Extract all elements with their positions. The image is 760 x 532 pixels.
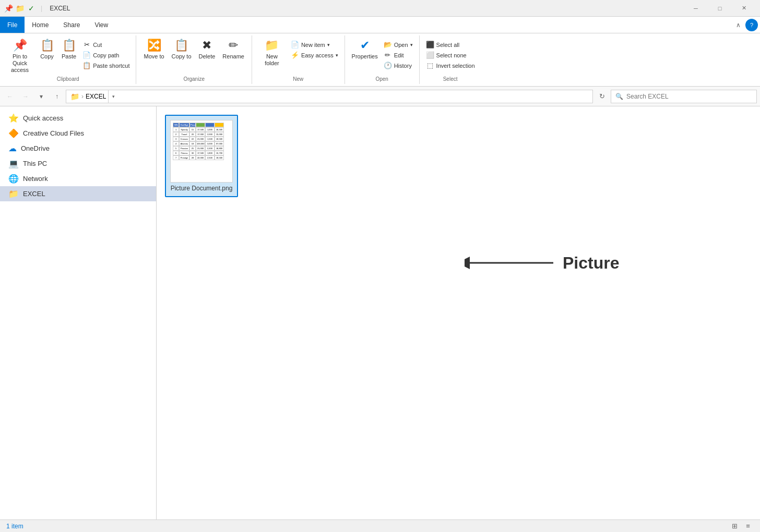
network-icon: 🌐 <box>8 174 19 184</box>
sidebar-item-excel[interactable]: 📁 EXCEL <box>0 186 156 201</box>
search-input[interactable] <box>626 93 752 100</box>
ribbon-group-new: 📁 New folder 📄 New item ▾ ⚡ Easy access … <box>252 35 345 84</box>
copy-button[interactable]: 📋 Copy <box>37 38 57 75</box>
annotation-arrow <box>465 252 559 273</box>
recent-locations-button[interactable]: ▾ <box>34 90 48 103</box>
properties-button[interactable]: ✔ Properties <box>349 38 381 75</box>
select-none-button[interactable]: ⬜ Select none <box>424 50 477 60</box>
open-button[interactable]: 📂 Open ▾ <box>382 40 415 50</box>
rename-icon: ✏ <box>229 40 238 51</box>
file-grid: VIN Est Bgt Price 1Speedy1517,5001,00016… <box>165 115 752 197</box>
annotation-text: Picture <box>563 253 619 273</box>
address-bar: ← → ▾ ↑ 📁 › EXCEL ▾ ↻ 🔍 <box>0 87 760 106</box>
rename-button[interactable]: ✏ Rename <box>219 38 247 75</box>
large-icons-view-button[interactable]: ⊞ <box>729 521 740 531</box>
ribbon-tabs: File Home Share View ∧ ? <box>0 17 760 33</box>
ribbon-group-organize: 🔀 Move to 📋 Copy to ✖ Delete ✏ Rename Or… <box>136 35 252 84</box>
invert-selection-button[interactable]: ⬚ Invert selection <box>424 61 477 70</box>
pin-icon: 📌 <box>4 4 13 13</box>
cut-button[interactable]: ✂ Cut <box>80 40 132 50</box>
move-to-icon: 🔀 <box>147 40 161 51</box>
ribbon: File Home Share View ∧ ? 📌 Pin to Quick … <box>0 17 760 87</box>
main-area: ⭐ Quick access 🔶 Creative Cloud Files ☁ … <box>0 106 760 519</box>
status-bar: 1 item ⊞ ≡ <box>0 519 760 532</box>
sidebar: ⭐ Quick access 🔶 Creative Cloud Files ☁ … <box>0 106 157 519</box>
ribbon-group-select: ⬛ Select all ⬜ Select none ⬚ Invert sele… <box>420 35 481 84</box>
organize-items: 🔀 Move to 📋 Copy to ✖ Delete ✏ Rename <box>138 35 249 75</box>
content-area: VIN Est Bgt Price 1Speedy1517,5001,00016… <box>157 106 760 519</box>
sidebar-item-network[interactable]: 🌐 Network <box>0 171 156 186</box>
tab-share[interactable]: Share <box>56 17 87 33</box>
title-bar-controls: ─ □ ✕ <box>684 0 756 17</box>
edit-button[interactable]: ✏ Edit <box>382 50 415 60</box>
annotation: Picture <box>465 252 619 273</box>
folder-icon: 📁 <box>16 4 24 13</box>
ribbon-tab-controls: ∧ ? <box>731 17 760 33</box>
organize-label: Organize <box>138 75 249 84</box>
delete-button[interactable]: ✖ Delete <box>196 38 219 75</box>
select-label: Select <box>422 75 479 84</box>
maximize-button[interactable]: □ <box>708 0 732 17</box>
open-small-col: 📂 Open ▾ ✏ Edit 🕐 History <box>382 38 415 70</box>
path-separator: › <box>81 93 84 100</box>
cut-icon: ✂ <box>82 41 91 49</box>
sidebar-item-this-pc[interactable]: 💻 This PC <box>0 156 156 171</box>
minimize-button[interactable]: ─ <box>684 0 708 17</box>
properties-icon: ✔ <box>360 40 370 51</box>
clipboard-items: 📌 Pin to Quick access 📋 Copy 📋 Paste ✂ <box>2 35 134 75</box>
copy-to-button[interactable]: 📋 Copy to <box>169 38 195 75</box>
tab-file[interactable]: File <box>0 17 25 33</box>
open-icon: 📂 <box>384 41 392 49</box>
ribbon-group-clipboard: 📌 Pin to Quick access 📋 Copy 📋 Paste ✂ <box>0 35 136 84</box>
sidebar-item-label: Quick access <box>23 114 63 122</box>
paste-button[interactable]: 📋 Paste <box>58 38 79 75</box>
path-label: EXCEL <box>86 93 106 100</box>
tab-view[interactable]: View <box>87 17 115 33</box>
sidebar-item-label: EXCEL <box>23 190 45 198</box>
copy-to-icon: 📋 <box>174 40 188 51</box>
open-items: ✔ Properties 📂 Open ▾ ✏ Edit 🕐 <box>347 35 417 75</box>
ribbon-help-button[interactable]: ? <box>745 19 758 31</box>
new-items: 📁 New folder 📄 New item ▾ ⚡ Easy access … <box>254 35 342 75</box>
close-button[interactable]: ✕ <box>732 0 756 17</box>
new-folder-button[interactable]: 📁 New folder <box>256 38 288 75</box>
sidebar-item-quick-access[interactable]: ⭐ Quick access <box>0 111 156 126</box>
back-button: ← <box>3 90 17 103</box>
quick-access-icon: ⭐ <box>8 113 19 123</box>
history-button[interactable]: 🕐 History <box>382 61 415 70</box>
sidebar-item-creative-cloud[interactable]: 🔶 Creative Cloud Files <box>0 126 156 141</box>
paste-shortcut-button[interactable]: 📋 Paste shortcut <box>80 61 132 70</box>
new-item-icon: 📄 <box>291 41 299 49</box>
status-item-count: 1 item <box>6 523 23 530</box>
sidebar-item-onedrive[interactable]: ☁ OneDrive <box>0 141 156 156</box>
invert-selection-icon: ⬚ <box>426 62 434 69</box>
move-to-button[interactable]: 🔀 Move to <box>140 38 167 75</box>
status-bar-right: ⊞ ≡ <box>729 521 754 531</box>
file-item-picture-document[interactable]: VIN Est Bgt Price 1Speedy1517,5001,00016… <box>165 115 238 197</box>
history-icon: 🕐 <box>384 62 392 69</box>
file-thumbnail: VIN Est Bgt Price 1Speedy1517,5001,00016… <box>170 120 233 183</box>
tab-home[interactable]: Home <box>25 17 56 33</box>
select-all-button[interactable]: ⬛ Select all <box>424 40 477 50</box>
sidebar-item-label: This PC <box>23 160 47 167</box>
path-folder-icon: 📁 <box>70 92 79 101</box>
search-icon: 🔍 <box>615 93 623 100</box>
copy-path-button[interactable]: 📄 Copy path <box>80 50 132 60</box>
ribbon-collapse-button[interactable]: ∧ <box>732 19 744 31</box>
new-item-button[interactable]: 📄 New item ▾ <box>289 40 340 50</box>
search-box[interactable]: 🔍 <box>611 90 757 103</box>
pin-icon: 📌 <box>13 40 27 51</box>
open-label: Open <box>347 75 417 84</box>
up-button[interactable]: ↑ <box>50 90 64 103</box>
easy-access-button[interactable]: ⚡ Easy access ▾ <box>289 50 340 60</box>
window-title: EXCEL <box>50 5 70 12</box>
address-path[interactable]: 📁 › EXCEL ▾ <box>66 90 593 103</box>
address-dropdown-button[interactable]: ▾ <box>108 90 118 103</box>
refresh-button[interactable]: ↻ <box>595 90 609 103</box>
easy-access-icon: ⚡ <box>291 51 299 59</box>
pin-to-quick-access-button[interactable]: 📌 Pin to Quick access <box>4 38 35 75</box>
this-pc-icon: 💻 <box>8 159 19 168</box>
delete-icon: ✖ <box>202 40 211 51</box>
sidebar-item-label: Creative Cloud Files <box>23 129 84 137</box>
details-view-button[interactable]: ≡ <box>742 521 754 531</box>
